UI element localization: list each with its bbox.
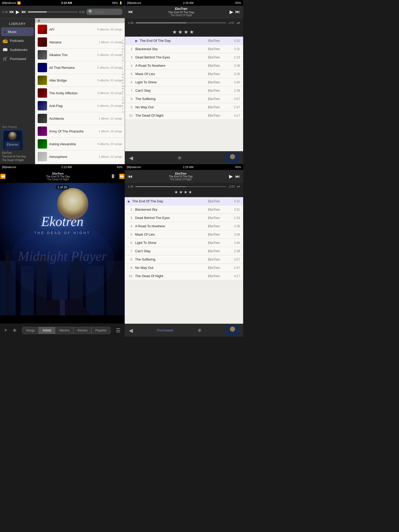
rmp-play-btn[interactable]: ▶ [229, 174, 233, 179]
rmp-elapsed: 1:34 [128, 185, 133, 188]
svg-text:Ekotren: Ekotren [6, 143, 18, 147]
track-row[interactable]: 4. A Road To Nowhere EkoTren 3:38 [125, 222, 243, 230]
right-rewind-button[interactable]: ⏮ [128, 9, 133, 15]
list-item[interactable]: Architects 1 album, 12 songs [35, 112, 125, 125]
rmp-back-icon[interactable]: ◀ [129, 327, 133, 334]
list-item[interactable]: The Amity Affliction 3 albums, 32 songs [35, 87, 125, 99]
track-artist: EkoTren [208, 241, 229, 245]
list-item[interactable]: Alkaline Trio 2 albums, 25 songs [35, 49, 125, 61]
track-row[interactable]: 5. Mask Of Lies EkoTren 3:28 [125, 70, 243, 78]
list-item[interactable]: All That Remains 2 albums, 23 songs [35, 61, 125, 74]
right-forward-button[interactable]: ⏭ [235, 9, 240, 15]
progress-bar[interactable] [28, 11, 77, 12]
tab-genres[interactable]: Genres [73, 327, 91, 334]
list-item[interactable]: Alter Bridge 3 albums, 41 songs [35, 74, 125, 87]
track-name: A Road To Nowhere [135, 224, 206, 228]
right-time: 2:26 AM [183, 1, 194, 4]
rmp-forward-btn[interactable]: ⏭ [235, 174, 240, 179]
track-row[interactable]: 6. Light To Shine EkoTren 3:40 [125, 78, 243, 87]
rmp-shuffle[interactable]: ⇌ [237, 184, 240, 189]
track-row[interactable]: ▶ The End Of The Day EkoTren 4:31 [125, 37, 243, 45]
settings-icon[interactable]: ✳ [12, 327, 17, 334]
list-item[interactable]: Atmosphere 1 album, 12 songs [35, 150, 125, 163]
purchased-label: Purchased [10, 57, 26, 61]
track-num: 8. [128, 258, 133, 261]
tab-artists[interactable]: Artists [39, 327, 55, 334]
search-input[interactable] [95, 10, 121, 14]
track-row[interactable]: 3. Dead Behind The Eyes EkoTren 2:33 [125, 214, 243, 222]
rmp-settings-icon[interactable]: ✳ [197, 327, 202, 334]
star-3[interactable]: ★ [184, 29, 188, 35]
star-2[interactable]: ★ [178, 29, 183, 35]
artist-count: 1 album, 12 songs [99, 117, 122, 120]
track-name: The End Of The Day [140, 39, 206, 43]
track-name: No Way Out [135, 105, 206, 109]
track-row[interactable]: 9. No Way Out EkoTren 2:47 [125, 103, 243, 111]
track-num: 7. [128, 249, 133, 253]
track-row[interactable]: 8. The Suffering EkoTren 3:57 [125, 255, 243, 264]
tab-songs[interactable]: Songs [22, 327, 39, 334]
star-1[interactable]: ★ [172, 29, 177, 35]
track-row[interactable]: 2. Blackened Sky EkoTren 3:31 [125, 45, 243, 53]
sidebar-item-music[interactable]: ♪ Music [1, 27, 34, 36]
fast-forward-button[interactable]: ⏭ [22, 9, 26, 15]
track-row[interactable]: 3. Dead Behind The Eyes EkoTren 2:33 [125, 53, 243, 62]
rmp-star-5[interactable]: · [193, 191, 194, 194]
now-playing-album: The Dead Of Night [2, 158, 33, 162]
album-pause-btn[interactable]: ⏸ [110, 173, 116, 180]
track-row[interactable]: 10. The Dead Of Night EkoTren 4:17 [125, 111, 243, 120]
track-name: A Road To Nowhere [135, 64, 206, 68]
rmp-rewind-btn[interactable]: ⏮ [128, 174, 132, 179]
track-row[interactable]: 10. The Dead Of Night EkoTren 4:17 [125, 272, 243, 280]
track-row[interactable]: 7. Can't Stay EkoTren 2:38 [125, 87, 243, 95]
add-icon[interactable]: + [4, 327, 7, 333]
time-total: 3:12 [79, 10, 85, 14]
list-item[interactable]: Alesana 1 album, 11 songs [35, 36, 125, 49]
rmp-star-2[interactable]: ★ [179, 190, 183, 195]
list-item[interactable]: AFI 5 albums, 32 songs [35, 23, 125, 36]
track-row[interactable]: ▶ The End Of The Day EkoTren 4:31 [125, 197, 243, 205]
now-playing-art[interactable]: Ekotren [2, 129, 23, 150]
tab-playlists[interactable]: Playlists [91, 327, 111, 334]
right-play-button[interactable]: ▶ [230, 9, 233, 15]
sidebar-item-purchased[interactable]: 🛒 Purchased [0, 54, 35, 63]
sidebar-item-podcasts[interactable]: 📻 Podcasts [0, 36, 35, 45]
track-row[interactable]: 2. Blackened Sky EkoTren 3:31 [125, 205, 243, 214]
rmp-progress-bar[interactable] [135, 186, 226, 187]
list-item[interactable]: Anti-Flag 2 albums, 24 songs [35, 99, 125, 112]
shuffle-button[interactable]: ⇌ [237, 20, 240, 25]
settings-icon[interactable]: ✳ [177, 155, 182, 161]
star-4[interactable]: ★ [189, 29, 194, 35]
rmp-star-3[interactable]: ★ [184, 190, 187, 195]
artist-thumbnail [38, 127, 47, 136]
album-art-thumb[interactable] [226, 153, 239, 163]
track-num: 6. [128, 81, 133, 84]
rmp-star-1[interactable]: ★ [174, 190, 178, 195]
album-forward-btn[interactable]: ⏩ [119, 174, 125, 179]
tab-albums[interactable]: Albums [55, 327, 73, 334]
right-progress-bar[interactable] [136, 22, 226, 23]
track-duration: 2:38 [231, 249, 240, 253]
track-row[interactable]: 5. Mask Of Lies EkoTren 3:28 [125, 230, 243, 239]
star-5[interactable]: · [195, 30, 196, 34]
rewind-button[interactable]: ⏮ [9, 9, 14, 15]
search-box[interactable]: 🔍 [86, 9, 123, 15]
sidebar-item-audiobooks[interactable]: 📖 Audiobooks [0, 45, 35, 54]
track-row[interactable]: 9. No Way Out EkoTren 2:47 [125, 264, 243, 272]
play-pause-button[interactable]: ▶ [16, 9, 19, 15]
list-item[interactable]: Army Of The Pharaohs 1 album, 16 songs [35, 125, 125, 138]
list-item[interactable]: Asking Alexandria 4 albums, 23 songs [35, 138, 125, 150]
track-row[interactable]: 4. A Road To Nowhere EkoTren 3:38 [125, 62, 243, 70]
album-view: [M]etalcore 2:23 AM 65% ⏪ EkoTren The En… [0, 164, 125, 337]
rmp-star-4[interactable]: ★ [188, 190, 192, 195]
track-row[interactable]: 8. The Suffering EkoTren 3:57 [125, 95, 243, 103]
back-icon[interactable]: ◀ [129, 155, 133, 161]
menu-icon[interactable]: ☰ [116, 327, 121, 334]
track-row[interactable]: 7. Can't Stay EkoTren 2:38 [125, 247, 243, 255]
rmp-album-thumb[interactable] [226, 325, 239, 336]
artist-name: The Amity Affliction [49, 91, 95, 95]
alpha-index[interactable]: ABCDE FGHIJ KLMNO PQRST UVWXY Z [122, 39, 124, 113]
track-name: Blackened Sky [135, 208, 206, 211]
album-rewind-btn[interactable]: ⏪ [0, 174, 6, 179]
track-row[interactable]: 6. Light To Shine EkoTren 3:40 [125, 239, 243, 247]
